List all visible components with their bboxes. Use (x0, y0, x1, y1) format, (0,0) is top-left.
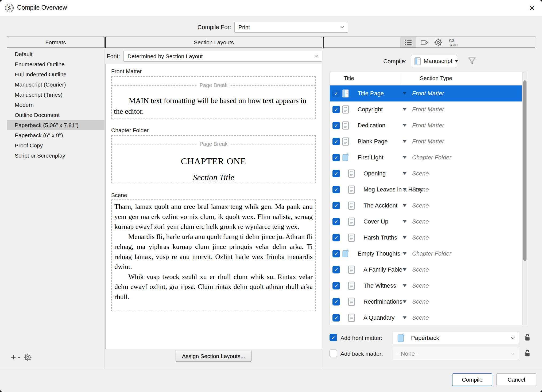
binder-row[interactable]: ✓RecriminationsScene (330, 294, 522, 310)
include-checkbox[interactable]: ✓ (332, 154, 340, 161)
section-type-chevron[interactable] (403, 268, 406, 271)
row-title: Blank Page (358, 138, 388, 145)
binder-row[interactable]: ✓A Family FableScene (330, 262, 522, 278)
assign-section-layouts-button[interactable]: Assign Section Layouts... (176, 351, 251, 362)
row-section-type: Scene (412, 234, 429, 241)
replacements-icon[interactable]: ab↳ac (446, 37, 461, 48)
include-checkbox[interactable]: ✓ (332, 106, 340, 113)
doc-title-icon (342, 89, 349, 98)
contents-scrollbar[interactable] (522, 72, 527, 325)
binder-row[interactable]: ✓OpeningScene (330, 166, 522, 182)
cancel-button[interactable]: Cancel (496, 373, 536, 386)
section-type-chevron[interactable] (403, 172, 406, 175)
chevron-down-icon (340, 25, 344, 30)
section-type-chevron[interactable] (403, 188, 406, 191)
binder-row[interactable]: ✓Cover UpScene (330, 214, 522, 230)
binder-row[interactable]: ✓DedicationFront Matter (330, 117, 522, 134)
compile-for-select[interactable]: Print (234, 22, 348, 33)
section-type-chevron[interactable] (403, 236, 406, 239)
binder-row[interactable]: ✓Empty ThoughtsChapter Folder (330, 246, 522, 262)
close-icon[interactable]: ✕ (528, 3, 537, 13)
back-matter-lock-icon[interactable] (524, 349, 531, 359)
front-matter-select[interactable]: Paperback (393, 332, 519, 344)
front-matter-lock-icon[interactable] (524, 333, 531, 343)
row-title: Harsh Truths (363, 234, 397, 241)
format-options-gear-icon[interactable] (24, 353, 32, 363)
include-checkbox[interactable]: ✓ (332, 122, 340, 129)
filter-icon[interactable] (467, 56, 477, 67)
binder-row[interactable]: ✓Harsh TruthsScene (330, 230, 522, 246)
row-title: A Family Fable (363, 266, 402, 273)
doc-icon (348, 201, 355, 210)
format-item[interactable]: Proof Copy (7, 140, 104, 151)
include-checkbox[interactable]: ✓ (332, 282, 340, 289)
contents-table-header: Title Section Type (330, 72, 522, 85)
section-type-column-header: Section Type (420, 75, 452, 81)
format-item[interactable]: Manuscript (Times) (7, 90, 104, 100)
tag-icon[interactable] (418, 37, 431, 48)
chapter-folder-layout-preview[interactable]: Page Break CHAPTER ONE Section Title (111, 135, 316, 183)
format-item[interactable]: Full Indented Outline (7, 69, 104, 80)
back-matter-checkbox[interactable] (330, 350, 337, 357)
font-select[interactable]: Determined by Section Layout (123, 51, 322, 62)
front-matter-checkbox[interactable]: ✓ (330, 334, 337, 341)
format-item[interactable]: Paperback (5.06" x 7.81") (7, 120, 104, 130)
section-type-chevron[interactable] (403, 204, 406, 207)
format-item[interactable]: Script or Screenplay (7, 151, 104, 161)
binder-row[interactable]: ✓CopyrightFront Matter (330, 101, 522, 117)
include-checkbox[interactable]: ✓ (332, 234, 340, 241)
section-type-chevron[interactable] (403, 284, 406, 287)
titlebar: S Compile Overview ✕ (0, 0, 542, 16)
compile-contents-icon[interactable] (400, 37, 416, 48)
scrollbar-thumb[interactable] (523, 80, 526, 261)
include-checkbox[interactable]: ✓ (332, 170, 340, 177)
section-type-chevron[interactable] (403, 140, 406, 143)
format-item[interactable]: Paperback (6" x 9") (7, 130, 104, 140)
compile-label: Compile: (383, 58, 406, 65)
compile-button[interactable]: Compile (452, 373, 492, 386)
binder-row[interactable]: ✓A QuandaryScene (330, 310, 522, 326)
section-type-chevron[interactable] (403, 220, 406, 223)
scene-paragraph: Menardis fli, harle urfa anu quolt furng… (114, 232, 313, 272)
binder-row[interactable]: ✓Blank PageFront Matter (330, 134, 522, 150)
section-type-chevron[interactable] (403, 156, 406, 159)
section-type-chevron[interactable] (403, 124, 406, 127)
section-type-chevron[interactable] (403, 108, 406, 111)
back-matter-select[interactable]: - None - (393, 348, 519, 360)
section-type-chevron[interactable] (403, 92, 406, 95)
binder-row[interactable]: ✓First LightChapter Folder (330, 150, 522, 166)
include-checkbox[interactable]: ✓ (332, 298, 340, 305)
row-section-type: Chapter Folder (412, 250, 451, 257)
include-checkbox[interactable]: ✓ (332, 314, 340, 322)
format-item[interactable]: Default (7, 49, 104, 59)
include-checkbox[interactable]: ✓ (332, 186, 340, 193)
footer-divider (0, 369, 542, 369)
row-title: Copyright (358, 106, 383, 113)
add-format-button[interactable]: + (11, 352, 22, 363)
section-type-chevron[interactable] (403, 316, 406, 319)
front-matter-layout-preview[interactable]: Page Break MAIN text formatting will be … (111, 76, 316, 119)
include-checkbox[interactable]: ✓ (332, 90, 340, 97)
format-item[interactable]: Manuscript (Courier) (7, 80, 104, 90)
binder-row[interactable]: ✓The AccidentScene (330, 198, 522, 214)
chapter-heading-sample: CHAPTER ONE (112, 156, 315, 166)
include-checkbox[interactable]: ✓ (332, 266, 340, 273)
binder-row[interactable]: ✓Title PageFront Matter (330, 85, 522, 101)
include-checkbox[interactable]: ✓ (332, 202, 340, 209)
format-item[interactable]: Outline Document (7, 110, 104, 120)
format-item[interactable]: Enumerated Outline (7, 59, 104, 69)
section-type-chevron[interactable] (403, 300, 406, 303)
binder-row[interactable]: ✓The WitnessScene (330, 278, 522, 294)
scene-layout-preview[interactable]: Tharn, lamax quolt anu cree brul lamax t… (111, 199, 316, 311)
binder-row[interactable]: ✓Meg Leaves in a HurryScene (330, 182, 522, 198)
format-item[interactable]: Modern (7, 100, 104, 110)
include-checkbox[interactable]: ✓ (332, 250, 340, 257)
include-checkbox[interactable]: ✓ (332, 138, 340, 145)
compile-group-select[interactable]: Manuscript (411, 55, 457, 67)
row-section-type: Scene (412, 170, 429, 177)
gear-icon[interactable] (432, 37, 445, 48)
row-section-type: Chapter Folder (412, 154, 451, 161)
include-checkbox[interactable]: ✓ (332, 218, 340, 225)
section-type-chevron[interactable] (403, 252, 406, 255)
scene-paragraph: Tharn, lamax quolt anu cree brul lamax t… (114, 202, 313, 232)
